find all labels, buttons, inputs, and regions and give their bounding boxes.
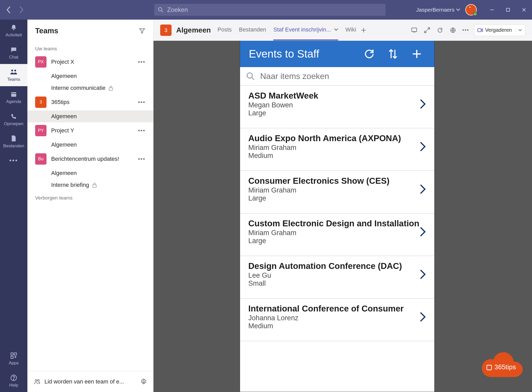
svg-point-18 <box>247 73 252 78</box>
team-more-button[interactable]: ••• <box>138 156 145 162</box>
window-close-button[interactable] <box>516 0 532 20</box>
event-item[interactable]: Consumer Electronics Show (CES)Miriam Gr… <box>240 171 434 213</box>
team-more-button[interactable]: ••• <box>138 127 145 134</box>
team-tile: Bu <box>35 153 47 165</box>
window-minimize-button[interactable] <box>484 0 500 20</box>
events-search-input[interactable] <box>260 71 428 81</box>
team-row[interactable]: PYProject Y••• <box>27 122 153 139</box>
user-name-label[interactable]: JasperBernaers <box>416 7 454 13</box>
team-row[interactable]: PXProject X••• <box>27 54 153 70</box>
forward-button[interactable] <box>18 7 24 13</box>
rail-more[interactable]: ••• <box>0 153 27 168</box>
app-add-button[interactable] <box>408 45 426 63</box>
team-row[interactable]: 3365tips••• <box>27 94 153 110</box>
tab-bestanden[interactable]: Bestanden <box>239 20 266 41</box>
tab-label: Posts <box>218 26 232 33</box>
rail-apps[interactable]: Apps <box>0 348 27 370</box>
channel-item[interactable]: Algemeen <box>27 110 153 122</box>
meet-label: Vergaderen <box>485 27 512 33</box>
tips-cloud-badge[interactable]: ▢ 365tips <box>479 351 523 380</box>
channel-item[interactable]: Algemeen <box>27 70 153 82</box>
rail-label: Oproepen <box>4 121 24 126</box>
rail-label: Apps <box>9 361 19 366</box>
event-size: Medium <box>248 152 419 160</box>
meet-chevron-icon[interactable] <box>515 28 522 32</box>
svg-rect-17 <box>478 29 481 32</box>
rail-label: Teams <box>7 77 20 82</box>
channel-item[interactable]: Algemeen <box>27 139 153 151</box>
channel-content: 3 Algemeen PostsBestandenStaf Event insc… <box>153 20 532 392</box>
event-person: Miriam Graham <box>248 144 419 152</box>
svg-rect-6 <box>14 353 17 355</box>
chevron-right-icon <box>419 227 426 237</box>
app-refresh-button[interactable] <box>360 45 378 63</box>
rail-calls[interactable]: Oproepen <box>0 108 27 131</box>
expand-button[interactable] <box>423 27 431 34</box>
event-size: Large <box>248 194 419 202</box>
tab-wiki[interactable]: Wiki <box>345 20 356 41</box>
svg-point-14 <box>143 381 145 382</box>
calendar-icon <box>10 90 17 98</box>
team-row[interactable]: BuBerichtencentrum updates!••• <box>27 151 153 167</box>
teams-sidebar: Teams Uw teams PXProject X•••AlgemeenInt… <box>27 20 153 392</box>
channel-label: Algemeen <box>51 73 77 79</box>
bell-icon <box>10 24 17 31</box>
back-button[interactable] <box>6 7 12 13</box>
tab-more-button[interactable]: ••• <box>462 27 469 34</box>
app-sort-button[interactable] <box>384 45 402 63</box>
team-more-button[interactable]: ••• <box>138 59 145 65</box>
user-menu-chevron-icon[interactable] <box>456 8 460 12</box>
tab-posts[interactable]: Posts <box>218 20 232 41</box>
tab-staf-event-inschrijvin-[interactable]: Staf Event inschrijvin... <box>273 20 338 41</box>
file-icon <box>11 135 17 142</box>
event-title: International Conference of Consumer <box>248 304 419 314</box>
event-item[interactable]: Audio Expo North America (AXPONA)Miriam … <box>240 128 434 171</box>
rail-chat[interactable]: Chat <box>0 42 27 64</box>
help-icon <box>10 374 17 382</box>
rail-label: Help <box>9 383 18 388</box>
event-item[interactable]: Design Automation Conference (DAC)Lee Gu… <box>240 256 434 299</box>
hidden-teams-label[interactable]: Verborgen teams <box>27 191 153 203</box>
join-team-button[interactable]: Lid worden van een team of e... <box>44 378 137 385</box>
event-size: Large <box>248 109 419 117</box>
channel-item[interactable]: Algemeen <box>27 167 153 179</box>
svg-point-13 <box>37 379 39 381</box>
rail-calendar[interactable]: Agenda <box>0 86 27 108</box>
rail-files[interactable]: Bestanden <box>0 131 27 153</box>
website-button[interactable] <box>449 27 457 34</box>
app-rail: Activiteit Chat Teams Agenda Oproepen Be… <box>0 20 27 392</box>
team-name: 365tips <box>51 99 138 106</box>
chevron-down-icon[interactable] <box>334 28 338 32</box>
channel-item[interactable]: Interne communicatie <box>27 82 153 94</box>
svg-point-12 <box>35 379 37 381</box>
show-conversation-button[interactable] <box>411 27 418 34</box>
rail-activity[interactable]: Activiteit <box>0 20 27 42</box>
event-person: Miriam Graham <box>248 229 419 237</box>
tab-label: Staf Event inschrijvin... <box>273 26 331 33</box>
svg-point-2 <box>11 70 13 71</box>
channel-label: Algemeen <box>51 141 77 148</box>
avatar[interactable] <box>465 4 477 15</box>
filter-button[interactable] <box>139 27 145 34</box>
channel-item[interactable]: Interne briefing <box>27 179 153 191</box>
lock-icon <box>109 85 113 91</box>
rail-help[interactable]: Help <box>0 370 27 392</box>
team-tile: 3 <box>35 97 47 108</box>
events-search-bar <box>240 67 434 86</box>
global-search-input[interactable]: Zoeken <box>154 4 385 16</box>
presence-available-icon <box>473 12 477 16</box>
team-name: Berichtencentrum updates! <box>51 156 138 162</box>
more-icon: ••• <box>9 157 18 164</box>
rail-teams[interactable]: Teams <box>0 64 27 86</box>
chevron-right-icon <box>419 184 426 194</box>
team-more-button[interactable]: ••• <box>138 99 145 106</box>
event-item[interactable]: Custom Electronic Design and Installatio… <box>240 213 434 256</box>
window-maximize-button[interactable] <box>500 0 516 20</box>
svg-point-0 <box>158 7 162 11</box>
event-item[interactable]: ASD MarketWeekMegan BowenLarge <box>240 86 434 128</box>
event-item[interactable]: International Conference of ConsumerJoha… <box>240 299 434 341</box>
add-tab-button[interactable] <box>361 27 366 33</box>
reload-button[interactable] <box>436 27 444 34</box>
meet-button[interactable]: Vergaderen <box>474 24 525 36</box>
settings-button[interactable] <box>140 378 147 385</box>
